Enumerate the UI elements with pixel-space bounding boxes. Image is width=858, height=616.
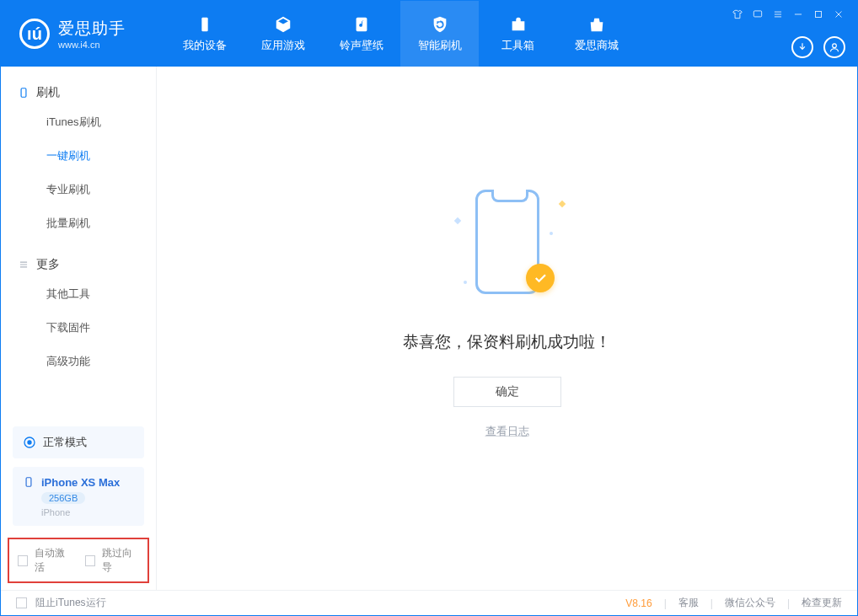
app-name-cn: 爱思助手 xyxy=(58,18,126,40)
header: ıú 爱思助手 www.i4.cn 我的设备 应用游戏 铃声壁纸 智能刷机 xyxy=(1,1,857,67)
nav-label: 铃声壁纸 xyxy=(340,38,383,53)
footer-link-support[interactable]: 客服 xyxy=(678,596,699,610)
sidebar-item-other-tools[interactable]: 其他工具 xyxy=(1,277,156,311)
toolbox-icon xyxy=(509,15,528,34)
music-note-icon xyxy=(352,15,371,34)
checkbox-auto-activate[interactable]: 自动激活 xyxy=(18,546,72,575)
separator: | xyxy=(787,597,790,609)
nav-label: 应用游戏 xyxy=(261,38,305,53)
sidebar-item-itunes-flash[interactable]: iTunes刷机 xyxy=(1,105,156,139)
success-illustration xyxy=(448,185,566,311)
sidebar-bottom: 正常模式 iPhone XS Max 256GB iPhone xyxy=(1,415,156,538)
device-icon xyxy=(23,475,35,489)
tshirt-icon[interactable] xyxy=(731,8,744,21)
sidebar: 刷机 iTunes刷机 一键刷机 专业刷机 批量刷机 更多 其他工具 下载固件 … xyxy=(1,67,157,590)
svg-rect-5 xyxy=(21,88,26,98)
user-icon[interactable] xyxy=(823,36,845,58)
section-title: 更多 xyxy=(36,257,60,272)
footer-link-wechat[interactable]: 微信公众号 xyxy=(725,596,775,610)
mode-label: 正常模式 xyxy=(43,435,87,450)
separator: | xyxy=(711,597,713,609)
view-log-link[interactable]: 查看日志 xyxy=(485,424,529,439)
minimize-icon[interactable] xyxy=(791,8,805,21)
nav-apps-games[interactable]: 应用游戏 xyxy=(244,1,322,67)
sidebar-item-pro-flash[interactable]: 专业刷机 xyxy=(1,173,156,206)
nav-store[interactable]: 爱思商城 xyxy=(557,1,635,67)
store-icon xyxy=(587,15,606,34)
checkbox-icon xyxy=(85,555,95,566)
dot-icon xyxy=(464,281,467,284)
nav-label: 智能刷机 xyxy=(418,38,462,53)
close-icon[interactable] xyxy=(832,8,845,21)
logo-icon: ıú xyxy=(19,19,50,49)
device-card[interactable]: iPhone XS Max 256GB iPhone xyxy=(13,467,144,526)
feedback-icon[interactable] xyxy=(751,8,764,21)
device-type: iPhone xyxy=(41,507,134,517)
mode-icon xyxy=(23,436,36,449)
app-name-en: www.i4.cn xyxy=(58,40,126,50)
svg-point-4 xyxy=(833,44,837,48)
header-account-area xyxy=(791,36,845,58)
dot-icon xyxy=(550,232,553,235)
checkbox-label: 自动激活 xyxy=(35,546,72,575)
top-nav: 我的设备 应用游戏 铃声壁纸 智能刷机 工具箱 爱思商城 xyxy=(165,1,635,67)
footer-link-update[interactable]: 检查更新 xyxy=(802,596,842,610)
sidebar-item-batch-flash[interactable]: 批量刷机 xyxy=(1,206,156,240)
nav-smart-flash[interactable]: 智能刷机 xyxy=(400,1,479,67)
checkbox-label: 阻止iTunes运行 xyxy=(35,596,106,610)
nav-ringtones-wallpapers[interactable]: 铃声壁纸 xyxy=(322,1,400,67)
svg-rect-8 xyxy=(26,478,31,487)
mode-card[interactable]: 正常模式 xyxy=(13,426,144,458)
separator: | xyxy=(664,597,667,609)
cube-icon xyxy=(274,15,292,34)
menu-icon[interactable] xyxy=(771,8,785,21)
highlighted-options: 自动激活 跳过向导 xyxy=(8,538,149,583)
checkbox-block-itunes[interactable]: 阻止iTunes运行 xyxy=(16,596,106,610)
checkbox-icon xyxy=(16,597,27,608)
version-label: V8.16 xyxy=(625,597,652,609)
body: 刷机 iTunes刷机 一键刷机 专业刷机 批量刷机 更多 其他工具 下载固件 … xyxy=(1,67,857,590)
section-title: 刷机 xyxy=(36,85,60,100)
sidebar-section-more: 更多 xyxy=(1,252,156,277)
checkbox-icon xyxy=(18,555,28,566)
maximize-icon[interactable] xyxy=(812,8,825,21)
download-icon[interactable] xyxy=(791,36,813,58)
list-icon xyxy=(18,259,29,271)
sidebar-item-oneclick-flash[interactable]: 一键刷机 xyxy=(1,139,156,173)
success-message: 恭喜您，保资料刷机成功啦！ xyxy=(403,331,611,353)
phone-outline-icon xyxy=(18,87,29,99)
svg-point-7 xyxy=(28,441,31,444)
logo-text: 爱思助手 www.i4.cn xyxy=(58,18,126,50)
ok-button[interactable]: 确定 xyxy=(453,377,561,407)
shield-refresh-icon xyxy=(431,15,449,34)
svg-rect-3 xyxy=(816,12,822,18)
check-badge-icon xyxy=(526,264,555,292)
svg-rect-2 xyxy=(753,11,761,17)
footer-right: V8.16 | 客服 | 微信公众号 | 检查更新 xyxy=(625,596,842,610)
device-name: iPhone XS Max xyxy=(41,476,120,489)
nav-label: 工具箱 xyxy=(501,38,534,53)
nav-label: 我的设备 xyxy=(183,38,227,53)
nav-label: 爱思商城 xyxy=(575,38,619,53)
checkbox-label: 跳过向导 xyxy=(102,546,139,575)
window-controls xyxy=(731,8,845,21)
app-window: ıú 爱思助手 www.i4.cn 我的设备 应用游戏 铃声壁纸 智能刷机 xyxy=(0,0,858,616)
sidebar-item-download-firmware[interactable]: 下载固件 xyxy=(1,311,156,345)
sidebar-section-flash: 刷机 xyxy=(1,80,156,105)
logo: ıú 爱思助手 www.i4.cn xyxy=(1,1,165,67)
sparkle-icon xyxy=(558,200,565,206)
nav-toolbox[interactable]: 工具箱 xyxy=(479,1,557,67)
device-icon xyxy=(196,15,214,34)
footer: 阻止iTunes运行 V8.16 | 客服 | 微信公众号 | 检查更新 xyxy=(1,590,857,615)
nav-my-device[interactable]: 我的设备 xyxy=(165,1,244,67)
sparkle-icon xyxy=(453,217,460,223)
sidebar-item-advanced[interactable]: 高级功能 xyxy=(1,345,156,378)
svg-rect-0 xyxy=(201,17,207,31)
checkbox-skip-guide[interactable]: 跳过向导 xyxy=(85,546,139,575)
device-capacity: 256GB xyxy=(41,492,85,504)
main-content: 恭喜您，保资料刷机成功啦！ 确定 查看日志 xyxy=(157,67,857,590)
device-name-row: iPhone XS Max xyxy=(23,475,134,489)
